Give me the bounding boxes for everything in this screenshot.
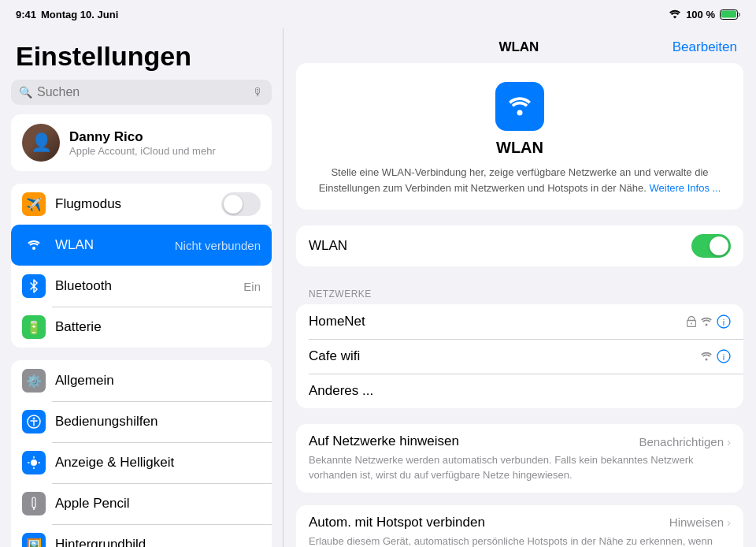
sidebar-item-wlan[interactable]: WLAN Nicht verbunden	[11, 225, 272, 266]
status-bar-right: 100 %	[669, 9, 740, 20]
search-bar[interactable]: 🔍 🎙	[11, 80, 272, 105]
allgemein-icon: ⚙️	[22, 369, 46, 393]
notify-row: Auf Netzwerke hinweisen Benachrichtigen …	[296, 424, 743, 493]
network-icons-homenet: i	[687, 314, 731, 329]
edit-button[interactable]: Bearbeiten	[673, 39, 737, 55]
chevron-right-icon: ›	[727, 435, 731, 448]
svg-point-5	[31, 460, 37, 466]
bluetooth-label: Bluetooth	[55, 278, 234, 294]
status-bar: 9:41 Montag 10. Juni 100 %	[0, 0, 756, 28]
wlan-value: Nicht verbunden	[175, 239, 261, 252]
svg-text:i: i	[723, 318, 724, 327]
hotspot-title: Autom. mit Hotspot verbinden	[309, 515, 485, 530]
network-name-anderes: Anderes ...	[309, 383, 731, 399]
wlan-hero-card: WLAN Stelle eine WLAN-Verbindung her, ze…	[296, 63, 743, 210]
batterie-icon: 🔋	[22, 315, 46, 339]
svg-point-17	[691, 323, 692, 325]
hotspot-action[interactable]: Hinweisen ›	[669, 515, 731, 529]
hotspot-desc: Erlaube diesem Gerät, automatisch persön…	[309, 534, 731, 547]
hotspot-header: Autom. mit Hotspot verbinden Hinweisen ›	[309, 515, 731, 530]
wlan-toggle-row[interactable]: WLAN	[296, 225, 743, 266]
hintergrund-icon: 🖼️	[22, 533, 46, 547]
sidebar-item-hintergrund[interactable]: 🖼️ Hintergrundbild	[11, 524, 272, 547]
sidebar-item-bluetooth[interactable]: Bluetooth Ein	[11, 266, 272, 307]
pencil-icon	[22, 492, 46, 515]
wlan-hero-description: Stelle eine WLAN-Verbindung her, zeige v…	[312, 165, 728, 195]
content-header: WLAN Bearbeiten	[284, 28, 756, 63]
mic-icon[interactable]: 🎙	[253, 86, 264, 99]
svg-rect-10	[32, 497, 35, 508]
network-name-homenet: HomeNet	[309, 314, 687, 329]
app-container: Einstellungen 🔍 🎙 👤 Danny Rico Apple Acc…	[0, 28, 756, 547]
flugmodus-icon: ✈️	[22, 192, 46, 216]
wifi-icon-homenet	[700, 317, 713, 326]
wlan-more-info-link[interactable]: Weitere Infos ...	[650, 182, 721, 194]
pencil-label: Apple Pencil	[55, 496, 261, 512]
search-input[interactable]	[37, 85, 248, 99]
network-name-cafewifi: Cafe wifi	[309, 348, 700, 364]
lock-icon	[687, 316, 696, 327]
wlan-toggle-label: WLAN	[309, 238, 691, 254]
wifi-status-icon	[669, 9, 681, 19]
notify-title: Auf Netzwerke hinweisen	[309, 434, 459, 449]
svg-rect-1	[721, 10, 737, 17]
wlan-hero-icon	[495, 82, 544, 131]
profile-subtitle: Apple Account, iCloud und mehr	[69, 145, 216, 157]
content-panel: WLAN Bearbeiten WLAN Stelle eine WLAN-Ve…	[284, 28, 756, 547]
hotspot-row: Autom. mit Hotspot verbinden Hinweisen ›…	[296, 505, 743, 547]
status-date: Montag 10. Juni	[41, 9, 118, 20]
svg-point-15	[517, 110, 523, 116]
search-icon: 🔍	[19, 86, 32, 99]
svg-point-2	[32, 247, 35, 250]
content-title: WLAN	[365, 39, 673, 55]
info-icon-cafewifi[interactable]: i	[717, 349, 731, 363]
sidebar-item-bedienungshilfen[interactable]: Bedienungshilfen	[11, 401, 272, 442]
wifi-icon-cafewifi	[700, 352, 713, 361]
network-row-homenet[interactable]: HomeNet i	[296, 304, 743, 339]
status-time: 9:41	[16, 9, 36, 20]
settings-group-1: ✈️ Flugmodus WLAN Nicht verbunden	[11, 184, 272, 348]
wlan-hero-label: WLAN	[496, 139, 543, 157]
sidebar-item-flugmodus[interactable]: ✈️ Flugmodus	[11, 184, 272, 225]
settings-list: ✈️ Flugmodus WLAN Nicht verbunden	[0, 184, 283, 547]
svg-point-4	[33, 418, 35, 420]
notify-desc: Bekannte Netzwerke werden automatisch ve…	[309, 453, 731, 483]
sidebar-item-allgemein[interactable]: ⚙️ Allgemein	[11, 360, 272, 401]
status-bar-left: 9:41 Montag 10. Juni	[16, 9, 118, 20]
network-row-cafewifi[interactable]: Cafe wifi i	[296, 339, 743, 374]
notify-header: Auf Netzwerke hinweisen Benachrichtigen …	[309, 434, 731, 449]
info-icon-homenet[interactable]: i	[717, 314, 731, 329]
anzeige-icon	[22, 451, 46, 474]
bedienungshilfen-icon	[22, 410, 46, 434]
svg-point-21	[706, 359, 708, 361]
profile-name: Danny Rico	[69, 129, 216, 145]
sidebar-item-batterie[interactable]: 🔋 Batterie	[11, 307, 272, 348]
wlan-toggle-switch[interactable]	[691, 234, 731, 258]
avatar: 👤	[22, 124, 60, 162]
networks-section-label: NETZWERKE	[296, 282, 743, 304]
allgemein-label: Allgemein	[55, 373, 261, 389]
network-icons-cafewifi: i	[700, 349, 731, 363]
notify-card: Auf Netzwerke hinweisen Benachrichtigen …	[296, 424, 743, 493]
notify-action[interactable]: Benachrichtigen ›	[639, 435, 731, 448]
wlan-label: WLAN	[55, 237, 165, 253]
flugmodus-toggle[interactable]	[221, 192, 261, 216]
sidebar-title: Einstellungen	[0, 28, 283, 80]
sidebar-item-anzeige[interactable]: Anzeige & Helligkeit	[11, 442, 272, 483]
wlan-icon	[22, 233, 46, 257]
battery-icon	[720, 9, 740, 20]
wlan-toggle-card: WLAN	[296, 225, 743, 266]
sidebar-item-pencil[interactable]: Apple Pencil	[11, 483, 272, 524]
hotspot-card: Autom. mit Hotspot verbinden Hinweisen ›…	[296, 505, 743, 547]
profile-row[interactable]: 👤 Danny Rico Apple Account, iCloud und m…	[11, 114, 272, 171]
sidebar: Einstellungen 🔍 🎙 👤 Danny Rico Apple Acc…	[0, 28, 284, 547]
bedienungshilfen-label: Bedienungshilfen	[55, 414, 261, 430]
anzeige-label: Anzeige & Helligkeit	[55, 455, 261, 471]
hintergrund-label: Hintergrundbild	[55, 537, 261, 547]
bluetooth-icon	[22, 274, 46, 298]
networks-card: HomeNet i	[296, 304, 743, 408]
network-row-anderes[interactable]: Anderes ...	[296, 374, 743, 408]
bluetooth-value: Ein	[243, 280, 261, 293]
profile-info: Danny Rico Apple Account, iCloud und meh…	[69, 129, 216, 157]
flugmodus-label: Flugmodus	[55, 196, 212, 212]
